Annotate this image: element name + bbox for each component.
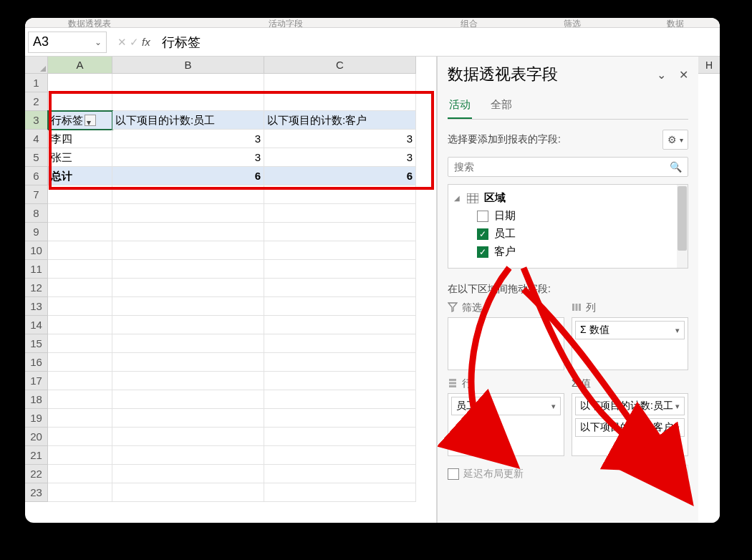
chevron-down-icon[interactable]: ▾: [675, 326, 680, 335]
rows-chip[interactable]: 员工 ▾: [451, 397, 561, 415]
collapse-icon[interactable]: ◢: [454, 194, 461, 202]
cell[interactable]: [48, 353, 112, 372]
cell[interactable]: [112, 446, 264, 465]
scrollbar[interactable]: [677, 185, 688, 268]
row-header[interactable]: 8: [25, 204, 48, 223]
cell[interactable]: 6: [112, 167, 264, 185]
cell[interactable]: [112, 204, 264, 223]
row-header[interactable]: 13: [25, 297, 48, 316]
area-columns[interactable]: 列 Σ 数值 ▾: [572, 301, 688, 370]
search-icon[interactable]: 🔍: [670, 161, 682, 173]
cell[interactable]: [264, 334, 416, 353]
cell[interactable]: [264, 204, 416, 223]
area-filter[interactable]: 筛选: [448, 301, 564, 370]
tab-all[interactable]: 全部: [489, 94, 514, 119]
field-checkbox[interactable]: [477, 211, 488, 222]
cell[interactable]: 3: [112, 130, 264, 148]
row-header[interactable]: 20: [25, 428, 48, 446]
cell[interactable]: [48, 204, 112, 223]
cell[interactable]: [112, 409, 264, 428]
cell[interactable]: [264, 316, 416, 334]
cell[interactable]: [48, 428, 112, 446]
cell[interactable]: [264, 74, 416, 92]
cell[interactable]: [112, 74, 264, 92]
cell[interactable]: [112, 279, 264, 297]
cell[interactable]: [48, 446, 112, 465]
filter-dropdown-icon[interactable]: [85, 115, 96, 126]
cell[interactable]: [112, 390, 264, 409]
row-header[interactable]: 10: [25, 241, 48, 260]
cell[interactable]: 3: [112, 148, 264, 167]
cell[interactable]: [264, 446, 416, 465]
row-header[interactable]: 6: [25, 167, 48, 185]
cell[interactable]: [112, 372, 264, 390]
cell[interactable]: [48, 372, 112, 390]
row-header[interactable]: 14: [25, 316, 48, 334]
row-header[interactable]: 21: [25, 446, 48, 465]
row-header[interactable]: 17: [25, 372, 48, 390]
search-input-wrapper[interactable]: 🔍: [448, 157, 688, 177]
cell[interactable]: [112, 223, 264, 241]
row-header[interactable]: 11: [25, 260, 48, 279]
chevron-down-icon[interactable]: ⌄: [95, 37, 102, 47]
name-box[interactable]: A3 ⌄: [28, 32, 107, 53]
cell[interactable]: [264, 185, 416, 204]
search-input[interactable]: [454, 161, 670, 173]
cell[interactable]: [264, 279, 416, 297]
cell[interactable]: [112, 92, 264, 111]
spreadsheet-grid[interactable]: A B C 123行标签以下项目的计数:员工以下项目的计数:客户4李四335张三…: [25, 57, 437, 523]
row-header[interactable]: 3: [25, 111, 48, 130]
select-all-corner[interactable]: [25, 57, 48, 74]
cell[interactable]: 以下项目的计数:客户: [264, 111, 416, 130]
cell[interactable]: [48, 92, 112, 111]
cell[interactable]: [48, 409, 112, 428]
settings-button[interactable]: ⚙ ▾: [662, 130, 688, 150]
cell[interactable]: 6: [264, 167, 416, 185]
row-header[interactable]: 2: [25, 92, 48, 111]
cell[interactable]: 李四: [48, 130, 112, 148]
cell[interactable]: [48, 334, 112, 353]
field-item[interactable]: 日期: [451, 207, 685, 225]
cell[interactable]: [264, 260, 416, 279]
cell[interactable]: [48, 390, 112, 409]
cell[interactable]: 3: [264, 148, 416, 167]
cell[interactable]: [48, 279, 112, 297]
cell[interactable]: [48, 241, 112, 260]
columns-chip[interactable]: Σ 数值 ▾: [575, 321, 685, 339]
column-header[interactable]: C: [264, 57, 416, 74]
cell[interactable]: [264, 483, 416, 502]
cell[interactable]: [48, 465, 112, 483]
cell[interactable]: [264, 390, 416, 409]
row-header[interactable]: 16: [25, 353, 48, 372]
row-header[interactable]: 12: [25, 279, 48, 297]
row-header[interactable]: 18: [25, 390, 48, 409]
row-header[interactable]: 23: [25, 483, 48, 502]
cell[interactable]: [264, 297, 416, 316]
cell[interactable]: [264, 465, 416, 483]
cell[interactable]: [112, 334, 264, 353]
column-header[interactable]: A: [48, 57, 112, 74]
cell[interactable]: [264, 353, 416, 372]
cell[interactable]: [264, 92, 416, 111]
cell[interactable]: 总计: [48, 167, 112, 185]
chevron-down-icon[interactable]: ⌄: [657, 68, 666, 82]
cancel-icon[interactable]: ✕: [117, 36, 127, 49]
row-header[interactable]: 19: [25, 409, 48, 428]
field-item[interactable]: ✓员工: [451, 225, 685, 243]
field-item[interactable]: ✓客户: [451, 243, 685, 261]
cell[interactable]: 行标签: [48, 111, 112, 130]
cell[interactable]: [264, 372, 416, 390]
column-header[interactable]: H: [698, 57, 720, 74]
cell[interactable]: [264, 241, 416, 260]
area-values[interactable]: Σ 值 以下项目的计数:员工▾以下项目的计数:客户▾: [572, 377, 688, 456]
cell[interactable]: [264, 428, 416, 446]
defer-checkbox[interactable]: [448, 468, 459, 480]
cell[interactable]: 3: [264, 130, 416, 148]
accept-icon[interactable]: ✓: [130, 36, 139, 49]
cell[interactable]: [112, 428, 264, 446]
field-checkbox[interactable]: ✓: [477, 228, 488, 240]
chevron-down-icon[interactable]: ▾: [675, 423, 680, 433]
cell[interactable]: [48, 223, 112, 241]
field-list[interactable]: ◢ 区域 日期✓员工✓客户: [448, 184, 688, 269]
chevron-down-icon[interactable]: ▾: [551, 402, 556, 411]
